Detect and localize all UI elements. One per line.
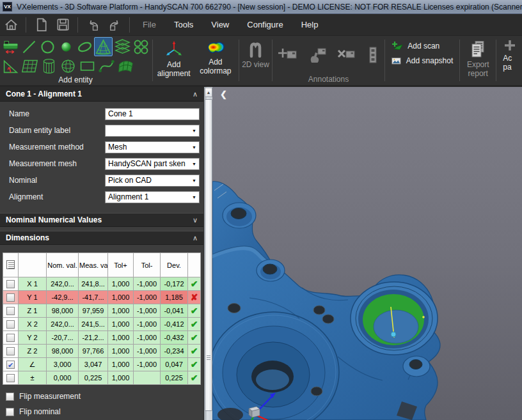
row-checkbox[interactable]: [6, 334, 15, 342]
tol-plus-cell[interactable]: 1,000: [108, 331, 134, 345]
add-ellipse-button[interactable]: [75, 37, 93, 56]
add-sphere-button[interactable]: [59, 56, 77, 75]
collapse-chevron-icon[interactable]: ∧: [193, 234, 198, 242]
add-scan-button[interactable]: Add scan: [391, 41, 453, 51]
delete-annotation-button[interactable]: [336, 45, 358, 67]
section-nominal-numerical-values[interactable]: Nominal Numerical Values ∨: [0, 213, 203, 227]
add-cone-button-selected[interactable]: [94, 37, 113, 56]
add-curve-button[interactable]: [97, 56, 116, 75]
tol-minus-cell[interactable]: -1,000: [134, 358, 161, 371]
name-input[interactable]: [105, 108, 200, 120]
add-cylinder-button[interactable]: [40, 56, 58, 75]
table-row[interactable]: Y 2 -20,7... -21,2... 1,000 -1,000 -0,43…: [3, 331, 201, 345]
add-colormap-button[interactable]: Add colormap: [193, 36, 237, 85]
move-annotation-button[interactable]: [306, 45, 328, 67]
tol-minus-cell[interactable]: -1,000: [134, 318, 161, 331]
table-row[interactable]: ✔ ∠ 3,000 3,047 1,000 -1,000 0,047 ✔: [3, 358, 201, 371]
menu-view[interactable]: View: [211, 20, 229, 29]
save-button[interactable]: [53, 16, 72, 34]
table-row[interactable]: Z 2 98,000 97,766 1,000 -1,000 -0,234 ✔: [3, 345, 201, 358]
header-list[interactable]: [3, 253, 19, 277]
menu-tools[interactable]: Tools: [174, 20, 193, 29]
row-checkbox[interactable]: [6, 293, 15, 302]
row-checkbox-cell[interactable]: [3, 291, 19, 304]
tol-minus-cell[interactable]: -1,000: [134, 291, 161, 304]
meas-val-cell[interactable]: 97,766: [79, 345, 108, 358]
add-plane-stack-button[interactable]: [113, 37, 131, 56]
nom-val-cell[interactable]: 98,000: [47, 345, 79, 358]
add-rectangle-button[interactable]: [78, 56, 97, 75]
add-angle-button[interactable]: [1, 56, 20, 75]
row-checkbox-cell[interactable]: [3, 331, 19, 345]
new-session-button[interactable]: [31, 16, 51, 34]
expand-chevron-icon[interactable]: ∨: [193, 216, 198, 224]
flip-nominal-checkbox[interactable]: [6, 408, 14, 416]
measurement-mesh-select[interactable]: HandySCAN part sken ▼: [105, 158, 200, 170]
meas-val-cell[interactable]: 0,225: [79, 371, 108, 385]
tol-minus-cell[interactable]: -1,000: [134, 277, 161, 291]
tol-plus-cell[interactable]: 1,000: [108, 358, 134, 371]
table-row[interactable]: X 1 242,0... 241,8... 1,000 -1,000 -0,17…: [3, 277, 201, 291]
view-2d-button[interactable]: 2D view: [241, 36, 271, 85]
table-row[interactable]: X 2 242,0... 241,5... 1,000 -1,000 -0,41…: [3, 318, 201, 331]
measure-entity-button[interactable]: [1, 37, 19, 56]
tol-minus-cell[interactable]: -1,000: [134, 345, 161, 358]
row-checkbox[interactable]: [6, 280, 15, 288]
tol-minus-cell[interactable]: -1,000: [134, 331, 161, 345]
add-circles-button[interactable]: [132, 37, 150, 56]
nom-val-cell[interactable]: 242,0...: [47, 277, 79, 291]
annotation-list-button[interactable]: [365, 45, 381, 67]
flip-measurement-checkbox[interactable]: [6, 393, 14, 401]
scrollbar-thumb[interactable]: [205, 99, 212, 411]
section-dimensions[interactable]: Dimensions ∧: [0, 231, 203, 245]
tol-plus-cell[interactable]: 1,000: [108, 304, 134, 318]
meas-val-cell[interactable]: 241,5...: [79, 318, 108, 331]
row-checkbox-cell[interactable]: [3, 345, 19, 358]
menu-file[interactable]: File: [143, 20, 156, 29]
home-button[interactable]: [1, 16, 20, 34]
tol-plus-cell[interactable]: 1,000: [108, 318, 134, 331]
row-checkbox-cell[interactable]: [3, 277, 19, 291]
row-checkbox[interactable]: [6, 307, 15, 315]
nom-val-cell[interactable]: 3,000: [47, 358, 79, 371]
undo-button[interactable]: [83, 16, 102, 34]
redo-button[interactable]: [105, 16, 124, 34]
meas-val-cell[interactable]: -41,7...: [79, 291, 108, 304]
menu-configure[interactable]: Configure: [247, 20, 283, 29]
row-checkbox-cell[interactable]: [3, 371, 19, 385]
table-row[interactable]: ± 0,000 0,225 1,000 0,225 ✔: [3, 371, 201, 385]
add-circle-button[interactable]: [38, 37, 56, 56]
add-plane-button[interactable]: [20, 56, 39, 75]
panel-scrollbar[interactable]: ▲: [203, 87, 212, 420]
nom-val-cell[interactable]: 0,000: [47, 371, 79, 385]
row-checkbox[interactable]: ✔: [6, 361, 15, 369]
meas-val-cell[interactable]: 241,8...: [79, 277, 108, 291]
collapse-chevron-icon[interactable]: ∧: [193, 90, 198, 98]
tol-plus-cell[interactable]: 1,000: [108, 371, 134, 385]
add-annotation-button[interactable]: [277, 45, 299, 67]
add-point-button[interactable]: [57, 37, 75, 56]
row-checkbox-cell[interactable]: ✔: [3, 358, 19, 371]
row-checkbox[interactable]: [6, 320, 15, 329]
row-checkbox-cell[interactable]: [3, 318, 19, 331]
nominal-select[interactable]: Pick on CAD ▼: [105, 175, 200, 187]
add-surface-button[interactable]: [116, 56, 135, 75]
collapse-panel-button[interactable]: ❮: [220, 89, 227, 99]
table-row[interactable]: Y 1 -42,9... -41,7... 1,000 -1,000 1,185…: [3, 291, 201, 304]
row-checkbox[interactable]: [6, 374, 15, 382]
tol-minus-cell[interactable]: -1,000: [134, 304, 161, 318]
nom-val-cell[interactable]: 242,0...: [47, 318, 79, 331]
tol-minus-cell[interactable]: [134, 371, 161, 385]
menu-help[interactable]: Help: [301, 20, 319, 29]
table-row[interactable]: Z 1 98,000 97,959 1,000 -1,000 -0,041 ✔: [3, 304, 201, 318]
alignment-select[interactable]: Alignment 1 ▼: [105, 191, 200, 203]
export-report-button[interactable]: Export report: [461, 36, 494, 85]
meas-val-cell[interactable]: 3,047: [79, 358, 108, 371]
meas-val-cell[interactable]: 97,959: [79, 304, 108, 318]
panel-header[interactable]: Cone 1 - Alignment 1 ∧: [0, 87, 203, 102]
3d-viewport[interactable]: ❮: [212, 87, 522, 420]
partial-right-button[interactable]: Ac pa: [498, 36, 522, 85]
add-line-button[interactable]: [20, 37, 38, 56]
meas-val-cell[interactable]: -21,2...: [79, 331, 108, 345]
nom-val-cell[interactable]: 98,000: [47, 304, 79, 318]
